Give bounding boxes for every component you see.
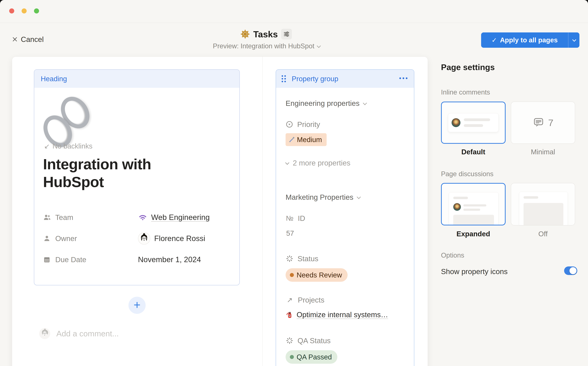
chevron-down-icon bbox=[572, 38, 576, 42]
row-projects: ↗ Projects bbox=[286, 295, 324, 305]
fire-extinguisher-icon bbox=[286, 311, 294, 319]
page-discussions-option-off[interactable] bbox=[511, 183, 575, 225]
more-options-button[interactable] bbox=[399, 77, 408, 79]
cancel-label: Cancel bbox=[21, 35, 44, 44]
skeleton-line bbox=[453, 197, 468, 199]
property-row-owner: Owner Florence Rossi bbox=[43, 232, 231, 245]
zoom-window-button[interactable] bbox=[34, 8, 39, 14]
status-dot bbox=[290, 273, 294, 277]
property-group-header[interactable]: Property group bbox=[276, 70, 414, 88]
skeleton-block bbox=[524, 203, 563, 225]
teamspace-wifi-icon bbox=[138, 213, 148, 222]
toggle-knob bbox=[570, 267, 577, 274]
property-label: Status bbox=[298, 254, 318, 263]
inline-comments-label: Inline comments bbox=[441, 88, 490, 96]
add-block-button[interactable]: + bbox=[128, 297, 146, 314]
plus-icon: + bbox=[133, 299, 141, 311]
preview-page-selector[interactable]: Preview: Integration with HubSpot bbox=[190, 42, 343, 50]
traffic-lights bbox=[9, 8, 39, 14]
qa-value-tag[interactable]: QA Passed bbox=[286, 350, 337, 364]
property-label: Projects bbox=[298, 296, 324, 304]
tag-label: Medium bbox=[297, 136, 322, 144]
comment-count-badge: 7 bbox=[548, 117, 553, 128]
skeleton-line bbox=[463, 204, 486, 206]
commenter-avatar bbox=[39, 328, 50, 339]
document-header: Tasks bbox=[240, 28, 292, 41]
minimize-window-button[interactable] bbox=[22, 8, 27, 14]
section-marketing-properties[interactable]: Marketing Properties bbox=[286, 193, 360, 201]
skeleton-line bbox=[463, 209, 480, 211]
page-title[interactable]: Integration with HubSpot bbox=[43, 155, 214, 191]
arrow-northeast-icon: ↗ bbox=[286, 296, 294, 304]
row-id: № ID bbox=[286, 213, 305, 224]
section-label: Marketing Properties bbox=[286, 193, 353, 201]
skeleton-line bbox=[524, 196, 538, 199]
chevron-down-icon bbox=[285, 161, 289, 165]
needle-icon bbox=[288, 136, 295, 143]
property-row-team: Team Web Engineering bbox=[43, 210, 231, 224]
sliders-icon bbox=[283, 30, 290, 38]
backlinks-text: No backlinks bbox=[53, 142, 93, 150]
option-label-minimal: Minimal bbox=[511, 148, 575, 156]
tag-label: QA Passed bbox=[297, 353, 332, 361]
section-engineering-properties[interactable]: Engineering properties bbox=[286, 99, 366, 107]
more-properties-toggle[interactable]: 2 more properties bbox=[286, 159, 350, 167]
priority-value-tag[interactable]: Medium bbox=[286, 133, 327, 146]
row-priority: Priority bbox=[286, 119, 320, 130]
arrow-southwest-icon: ↙ bbox=[44, 142, 50, 150]
apply-main-segment[interactable]: ✓ Apply to all pages bbox=[481, 32, 568, 48]
property-row-due-date: Due Date November 1, 2024 bbox=[43, 253, 231, 267]
heading-block-header[interactable]: Heading bbox=[34, 70, 239, 88]
app-window: Cancel Tasks Preview: Integration with H… bbox=[0, 0, 588, 366]
document-title: Tasks bbox=[253, 29, 278, 39]
backlinks-indicator[interactable]: ↙ No backlinks bbox=[44, 142, 93, 150]
property-label: Priority bbox=[297, 120, 320, 129]
comment-bubble-icon bbox=[533, 117, 545, 128]
view-settings-button[interactable] bbox=[281, 29, 292, 39]
team-value-link[interactable]: Web Engineering bbox=[151, 213, 210, 222]
property-label: ID bbox=[298, 214, 305, 222]
property-label: Due Date bbox=[55, 255, 138, 264]
close-icon bbox=[12, 37, 17, 42]
chevron-down-icon bbox=[317, 44, 321, 48]
qa-status-dot bbox=[290, 355, 294, 359]
heading-block-label: Heading bbox=[41, 75, 67, 83]
due-date-value[interactable]: November 1, 2024 bbox=[138, 255, 201, 264]
apply-to-all-pages-button[interactable]: ✓ Apply to all pages bbox=[481, 32, 580, 48]
project-link-label: Optimize internal systems… bbox=[297, 311, 388, 319]
owner-avatar bbox=[138, 232, 150, 244]
check-icon: ✓ bbox=[492, 36, 497, 44]
page-icon-chain[interactable] bbox=[44, 96, 93, 146]
heading-block[interactable]: Heading ↙ No backlinks Integration with … bbox=[34, 69, 240, 285]
cancel-button[interactable]: Cancel bbox=[12, 34, 44, 45]
status-value-tag[interactable]: Needs Review bbox=[286, 268, 348, 282]
inline-comments-option-minimal[interactable]: 7 bbox=[511, 102, 575, 144]
tag-label: Needs Review bbox=[297, 271, 342, 279]
drag-handle-icon[interactable] bbox=[282, 75, 286, 82]
page-discussions-option-expanded[interactable] bbox=[441, 183, 506, 225]
add-comment-row[interactable]: Add a comment... bbox=[39, 328, 119, 339]
owner-value[interactable]: Florence Rossi bbox=[154, 234, 205, 243]
page-settings-title: Page settings bbox=[441, 62, 495, 72]
column-divider bbox=[262, 57, 263, 366]
apply-label: Apply to all pages bbox=[500, 36, 558, 44]
person-icon bbox=[43, 235, 51, 242]
row-status: Status bbox=[286, 253, 318, 264]
property-group-block[interactable]: Property group Engineering properties Pr… bbox=[276, 69, 414, 366]
id-value[interactable]: 57 bbox=[286, 229, 294, 237]
window-titlebar bbox=[0, 0, 588, 23]
row-qa-status: QA Status bbox=[286, 335, 331, 346]
apply-dropdown-segment[interactable] bbox=[568, 32, 580, 48]
option-label-off: Off bbox=[511, 230, 575, 238]
property-label: Owner bbox=[55, 234, 138, 243]
close-window-button[interactable] bbox=[9, 8, 14, 14]
page-discussions-label: Page discussions bbox=[441, 170, 493, 178]
avatar bbox=[453, 203, 461, 211]
team-people-icon bbox=[43, 213, 51, 221]
skeleton-block bbox=[453, 215, 494, 225]
status-spinner-icon bbox=[286, 255, 294, 263]
comment-input-placeholder[interactable]: Add a comment... bbox=[56, 329, 119, 338]
show-property-icons-toggle[interactable] bbox=[564, 267, 577, 275]
inline-comments-option-default[interactable] bbox=[441, 102, 506, 144]
projects-value-link[interactable]: Optimize internal systems… bbox=[286, 311, 388, 319]
